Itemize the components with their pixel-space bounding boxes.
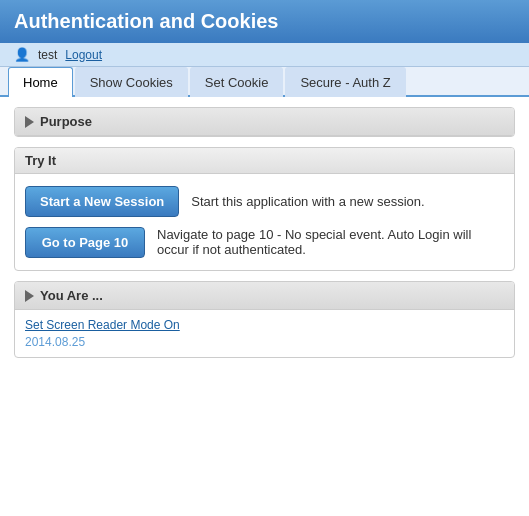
try-it-row-2: Go to Page 10 Navigate to page 10 - No s… [25,227,504,258]
user-name: test [38,48,57,62]
start-new-session-button[interactable]: Start a New Session [25,186,179,217]
tab-show-cookies[interactable]: Show Cookies [75,67,188,97]
version-text: 2014.08.25 [25,335,85,349]
tab-set-cookie[interactable]: Set Cookie [190,67,284,97]
you-are-section-header: You Are ... [15,282,514,310]
you-are-title: You Are ... [40,288,103,303]
tab-bar: Home Show Cookies Set Cookie Secure - Au… [0,67,529,97]
purpose-section: Purpose [14,107,515,137]
you-are-body: Set Screen Reader Mode On 2014.08.25 [15,310,514,357]
go-to-page-10-desc: Navigate to page 10 - No special event. … [157,227,504,257]
tab-home[interactable]: Home [8,67,73,97]
logout-link[interactable]: Logout [65,48,102,62]
purpose-title: Purpose [40,114,92,129]
try-it-section: Try It Start a New Session Start this ap… [14,147,515,271]
user-icon: 👤 [14,47,30,62]
you-are-section: You Are ... Set Screen Reader Mode On 20… [14,281,515,358]
go-to-page-10-button[interactable]: Go to Page 10 [25,227,145,258]
start-session-desc: Start this application with a new sessio… [191,194,424,209]
main-content: Purpose Try It Start a New Session Start… [0,97,529,378]
user-bar: 👤 test Logout [0,43,529,67]
page-header: Authentication and Cookies [0,0,529,43]
purpose-section-header: Purpose [15,108,514,136]
try-it-header: Try It [15,148,514,174]
expand-icon [25,116,34,128]
page-title: Authentication and Cookies [14,10,278,32]
tab-secure-authz[interactable]: Secure - Auth Z [285,67,405,97]
expand-icon-2 [25,290,34,302]
try-it-row-1: Start a New Session Start this applicati… [25,186,504,217]
screen-reader-link[interactable]: Set Screen Reader Mode On [25,318,504,332]
try-it-body: Start a New Session Start this applicati… [15,174,514,270]
